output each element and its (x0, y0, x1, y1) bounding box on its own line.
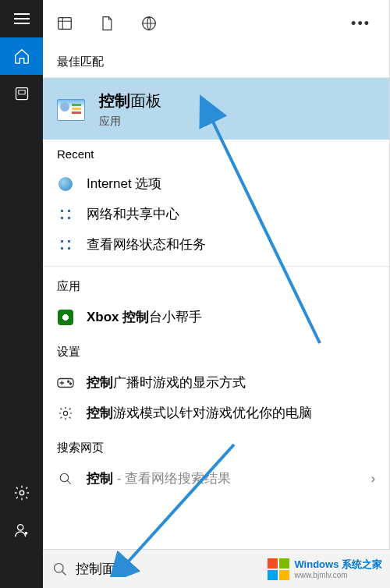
svg-point-8 (69, 382, 71, 384)
nav-profile[interactable] (0, 512, 43, 549)
svg-point-2 (20, 491, 24, 495)
recent-header: Recent (43, 140, 389, 168)
best-match-title: 控制面板 (99, 90, 161, 112)
apps-header: 应用 (43, 266, 389, 302)
search-icon (57, 470, 74, 487)
svg-rect-1 (18, 90, 24, 94)
settings-header: 设置 (43, 332, 389, 367)
search-icon (52, 561, 68, 577)
recent-item-internet-options[interactable]: Internet 选项 (43, 168, 389, 199)
gear-icon (57, 405, 74, 422)
left-nav-rail (0, 0, 43, 588)
search-results-panel: ••• 最佳匹配 控制面板 应用 Recent Internet 选项 (43, 0, 390, 588)
svg-point-7 (68, 381, 69, 382)
svg-point-4 (24, 532, 27, 535)
svg-point-3 (17, 525, 23, 530)
tab-web-icon[interactable] (140, 14, 158, 33)
recent-item-network-status[interactable]: 查看网络状态和任务 (43, 229, 389, 260)
nav-apps[interactable] (0, 75, 43, 112)
control-panel-icon (57, 99, 85, 121)
svg-point-9 (63, 411, 67, 415)
controller-icon (57, 374, 74, 391)
web-header: 搜索网页 (43, 428, 389, 463)
search-text: 控制面板 (76, 560, 129, 578)
more-icon[interactable]: ••• (351, 16, 377, 32)
web-search-item[interactable]: 控制 - 查看网络搜索结果 › (43, 463, 389, 494)
nav-settings[interactable] (0, 474, 43, 512)
hamburger-menu[interactable] (0, 0, 43, 37)
tab-news-icon[interactable] (55, 14, 74, 33)
settings-item-broadcast-display[interactable]: 控制广播时游戏的显示方式 (43, 367, 389, 398)
chevron-right-icon: › (371, 472, 375, 486)
svg-point-10 (60, 473, 69, 482)
recent-item-network-sharing[interactable]: 网络和共享中心 (43, 199, 389, 229)
best-match-subtitle: 应用 (99, 115, 161, 129)
app-item-xbox[interactable]: Xbox 控制台小帮手 (43, 302, 389, 332)
settings-item-game-mode[interactable]: 控制游戏模式以针对游戏优化你的电脑 (43, 398, 389, 428)
svg-point-11 (55, 563, 64, 572)
network-icon (57, 206, 74, 223)
network-icon (57, 236, 74, 253)
internet-icon (57, 175, 74, 193)
svg-rect-0 (16, 88, 27, 100)
best-match-header: 最佳匹配 (43, 47, 389, 78)
tab-document-icon[interactable] (98, 14, 116, 33)
nav-home[interactable] (0, 37, 43, 75)
svg-rect-5 (58, 18, 72, 30)
tab-bar: ••• (43, 0, 389, 47)
xbox-icon (57, 309, 74, 326)
search-input[interactable]: 控制面板 (43, 549, 390, 588)
best-match-result[interactable]: 控制面板 应用 (43, 78, 389, 140)
